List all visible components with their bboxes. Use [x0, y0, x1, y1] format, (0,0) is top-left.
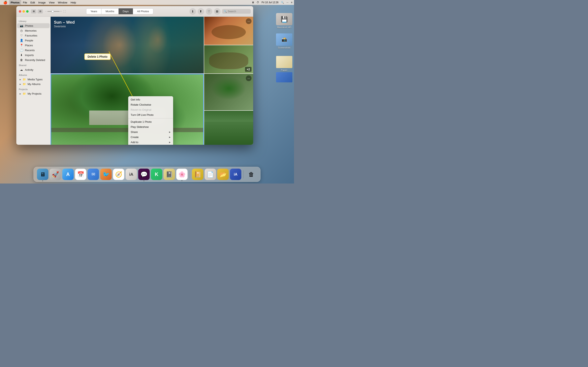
right-photo-stack: ··· +2: [204, 17, 253, 73]
menubar: 🍎 Photos File Edit Image View Window Hel…: [0, 0, 294, 5]
ctx-slideshow-label: Play Slideshow: [131, 125, 149, 128]
photos-icon: 📷: [20, 24, 23, 27]
dock-notebook2[interactable]: 📔: [192, 169, 203, 180]
sidebar-recently-deleted-label: Recently Deleted: [25, 58, 45, 62]
ctx-rotate-clockwise[interactable]: Rotate Clockwise: [128, 102, 173, 107]
delete-tooltip-label: Delete 1 Photo: [87, 55, 107, 58]
ctx-get-info-label: Get Info: [131, 98, 140, 101]
notebooks-icon: 📓: [166, 171, 173, 178]
control-center-icon[interactable]: ···: [286, 1, 288, 4]
projects-section-label: Projects: [16, 86, 51, 91]
sidebar-my-albums-expander[interactable]: ▶ 📁 My Albums: [17, 82, 50, 86]
time-machine-icon[interactable]: ⏱: [257, 1, 259, 4]
dock-safari[interactable]: 🧭: [113, 169, 124, 180]
albums-section-label: Albums: [16, 72, 51, 77]
dock-documents[interactable]: 📄: [205, 169, 216, 180]
sidebar-toggle[interactable]: ⊞: [31, 9, 36, 13]
dock-finder[interactable]: 🖥: [37, 169, 48, 180]
ctx-turn-off-live-photo[interactable]: Turn Off Live Photo: [128, 112, 173, 117]
sidebar-item-recently-deleted[interactable]: 🗑 Recently Deleted: [17, 58, 50, 62]
expander-arrow2-icon: ▶: [20, 83, 21, 85]
monitor-icon[interactable]: 🖥: [252, 1, 254, 4]
food1-dots-btn[interactable]: ···: [246, 18, 251, 24]
favourite-button[interactable]: ♡: [206, 8, 212, 15]
dock-appstore[interactable]: A: [62, 169, 74, 180]
share-button[interactable]: ⬆: [198, 8, 204, 15]
menubar-file[interactable]: File: [21, 0, 29, 5]
yesterday-thumb2[interactable]: [204, 111, 253, 145]
dock-ia2[interactable]: iA: [230, 169, 241, 180]
memories-icon: ◷: [20, 29, 23, 32]
zoom-slider[interactable]: [47, 11, 60, 12]
blue-desktop-item: [276, 72, 292, 82]
search-icon[interactable]: 🔍: [281, 1, 284, 4]
datetime-display: Fri 10 Jul 12:26: [261, 1, 278, 4]
tab-all-photos[interactable]: All Photos: [133, 8, 153, 14]
hd-desktop-icon[interactable]: 💾 Macintosh HD: [276, 13, 292, 29]
dock-mail[interactable]: ✉: [87, 169, 99, 180]
info-button[interactable]: ℹ: [190, 8, 196, 15]
dock-tweetbot[interactable]: 🐦: [100, 169, 112, 180]
couple-photo[interactable]: Sun – Wed Swansea: [51, 17, 204, 73]
zoom-minus-icon[interactable]: −: [45, 10, 47, 12]
dock-ia-writer[interactable]: iA: [126, 169, 137, 180]
dock-unfolder[interactable]: 📂: [217, 169, 229, 180]
screenshots-desktop-icon[interactable]: 📸 Screenshots: [276, 33, 292, 49]
apple-menu[interactable]: 🍎: [2, 0, 9, 5]
sidebar-item-memories[interactable]: ◷ Memories: [17, 28, 50, 33]
dock-trash[interactable]: 🗑: [246, 169, 257, 180]
search-input[interactable]: [228, 10, 249, 13]
minimize-button[interactable]: [22, 10, 25, 13]
menubar-view[interactable]: View: [47, 0, 56, 5]
imports-icon: ⬇: [20, 53, 23, 57]
tab-years[interactable]: Years: [86, 8, 102, 14]
close-button[interactable]: [19, 10, 21, 13]
food-photo-2[interactable]: +2: [204, 45, 253, 73]
menubar-edit[interactable]: Edit: [29, 0, 36, 5]
sidebar-my-projects-expander[interactable]: ▶ 📁 My Projects: [17, 91, 50, 96]
sidebar-item-photos[interactable]: 📷 Photos: [17, 23, 50, 28]
menubar-help[interactable]: Help: [69, 0, 78, 5]
sidebar-my-projects-label: My Projects: [27, 92, 42, 95]
sidebar-media-types-expander[interactable]: ▶ 📁 Media Types: [17, 77, 50, 82]
papier-desktop-icon[interactable]: Papier: [276, 56, 292, 71]
ctx-add-to[interactable]: Add to ▶: [128, 140, 173, 145]
aerial-photo[interactable]: Yesterday: [51, 74, 204, 145]
dock-photos[interactable]: 🌸: [176, 169, 188, 180]
search-box[interactable]: 🔍: [222, 9, 251, 14]
sidebar-item-people[interactable]: 👤 People: [17, 38, 50, 43]
zoom-plus-icon[interactable]: +: [61, 10, 62, 12]
sidebar-item-places[interactable]: 📍 Places: [17, 43, 50, 48]
dock-notebooks[interactable]: 📓: [164, 169, 175, 180]
view-toggle[interactable]: ⊟: [38, 9, 43, 13]
menubar-photos[interactable]: Photos: [9, 0, 21, 5]
titlebar: ⊞ ⊟ − + ⛶ Years Months Days All Photos ℹ…: [16, 6, 253, 17]
ctx-share[interactable]: Share ▶: [128, 129, 173, 134]
menubar-image[interactable]: Image: [36, 0, 47, 5]
media-types-folder-icon: 📁: [23, 78, 26, 81]
dock-vim[interactable]: K: [151, 169, 162, 180]
sidebar-item-favourites[interactable]: ♡ Favourites: [17, 33, 50, 38]
notification-icon[interactable]: ≡: [291, 1, 292, 4]
yesterday-dots-btn[interactable]: ···: [246, 75, 251, 81]
sidebar-item-recents[interactable]: 🕐 Recents: [17, 48, 50, 53]
sidebar-item-imports[interactable]: ⬇ Imports: [17, 53, 50, 58]
food-photo-1[interactable]: ···: [204, 17, 253, 45]
group-location-label: Swansea: [54, 25, 75, 28]
sidebar-item-activity[interactable]: ☁ Activity: [17, 67, 50, 72]
maximize-button[interactable]: [26, 10, 29, 13]
ctx-duplicate[interactable]: Duplicate 1 Photo: [128, 119, 173, 124]
dock-calendar[interactable]: 📅: [75, 169, 86, 180]
tab-days[interactable]: Days: [119, 8, 133, 14]
fullscreen-icon[interactable]: ⛶: [63, 10, 66, 13]
dock-rocket[interactable]: 🚀: [50, 169, 61, 180]
slideshow-button[interactable]: ⊞: [214, 8, 221, 15]
menubar-window[interactable]: Window: [56, 0, 69, 5]
ctx-get-info[interactable]: Get Info: [128, 97, 173, 102]
ctx-create[interactable]: Create ▶: [128, 134, 173, 140]
ctx-play-slideshow[interactable]: Play Slideshow: [128, 124, 173, 129]
tab-months[interactable]: Months: [102, 8, 119, 14]
yesterday-right-stack: ···: [204, 74, 253, 145]
dock-slack[interactable]: 💬: [138, 169, 150, 180]
yesterday-thumb1[interactable]: ···: [204, 74, 253, 110]
